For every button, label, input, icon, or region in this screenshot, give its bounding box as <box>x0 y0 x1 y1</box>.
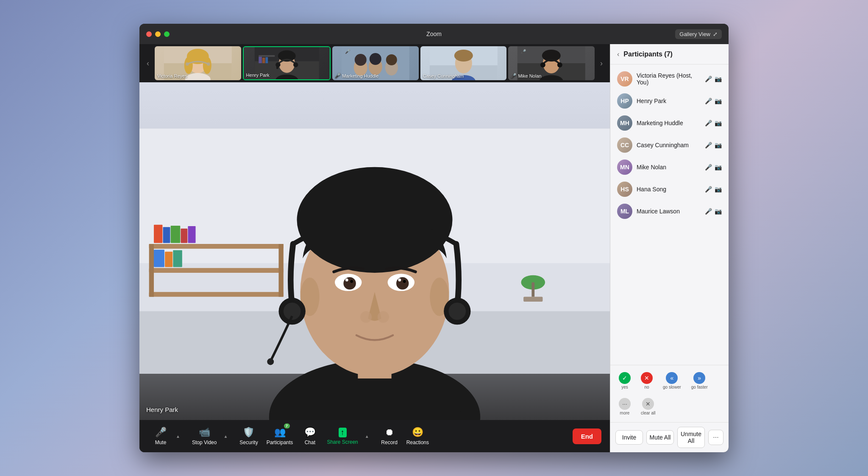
traffic-lights <box>146 31 170 37</box>
stop-video-button[interactable]: 📹 Stop Video <box>188 424 221 448</box>
avatar-henry: HP <box>617 93 632 109</box>
share-screen-group: ↑ Share Screen ▲ <box>323 425 370 448</box>
cam-icon-marketing: 📷 <box>715 120 722 126</box>
reaction-bar: ✓ yes ✕ no « go slower » go faster <box>610 365 729 423</box>
main-video: Henry Park <box>139 82 610 420</box>
svg-rect-52 <box>171 226 181 243</box>
svg-point-32 <box>454 50 473 62</box>
go-slower-label: go slower <box>663 385 681 389</box>
share-screen-icon: ↑ <box>339 428 347 437</box>
reaction-yes-button[interactable]: ✓ yes <box>615 370 634 392</box>
thumbnail-marketing-huddle[interactable]: 🎤 🎤 Marketing Huddle <box>332 46 419 80</box>
participant-item[interactable]: MH Marketing Huddle 🎤 📷 <box>610 112 729 134</box>
record-button[interactable]: ⏺ Record <box>377 424 402 448</box>
avatar-mike: MN <box>617 160 632 175</box>
svg-point-71 <box>396 277 409 289</box>
share-screen-chevron[interactable]: ▲ <box>364 432 370 440</box>
record-icon: ⏺ <box>385 427 394 438</box>
more-reactions-icon: ··· <box>619 398 631 410</box>
participant-item[interactable]: ML Maurice Lawson 🎤 📷 <box>610 200 729 222</box>
participant-name-marketing: Marketing Huddle <box>637 120 701 126</box>
avatar-victoria: VR <box>617 71 632 87</box>
svg-point-82 <box>267 358 274 365</box>
thumbnail-casey[interactable]: Casey Cunningham <box>420 46 507 80</box>
participant-icons-casey: 🎤 📷 <box>705 142 722 148</box>
no-icon: ✕ <box>641 372 653 384</box>
security-button[interactable]: 🛡️ Security <box>235 424 262 448</box>
invite-button[interactable]: Invite <box>615 430 643 445</box>
thumbnail-mike[interactable]: 🎤 🎤 Mike Nolan <box>508 46 595 80</box>
participant-icons-henry: 🎤 📷 <box>705 98 722 104</box>
svg-point-72 <box>350 280 353 283</box>
reaction-more-button[interactable]: ··· more <box>615 395 634 418</box>
svg-rect-45 <box>149 244 284 249</box>
panel-header: ‹ Participants (7) <box>610 44 729 64</box>
avatar-casey: CC <box>617 137 632 153</box>
mic-icon-victoria: 🎤 <box>705 76 712 82</box>
mute-chevron[interactable]: ▲ <box>175 432 181 440</box>
thumbnail-victoria-reyes[interactable]: Victoria Reyes <box>155 46 241 80</box>
reaction-go-faster-button[interactable]: » go faster <box>688 370 711 392</box>
zoom-window: Zoom Gallery View ⤢ ‹ <box>139 24 729 452</box>
go-faster-icon: » <box>693 372 705 384</box>
cam-icon-hana: 📷 <box>715 186 722 193</box>
close-button[interactable] <box>146 31 152 37</box>
participant-item[interactable]: CC Casey Cunningham 🎤 📷 <box>610 134 729 156</box>
panel-collapse-icon[interactable]: ‹ <box>617 50 619 58</box>
reactions-button[interactable]: 😀 Reactions <box>402 424 433 448</box>
mute-label: Mute <box>155 440 167 445</box>
participants-count: 7 <box>284 423 290 428</box>
participant-name-maurice: Maurice Lawson <box>637 208 701 215</box>
cam-icon-mike: 📷 <box>715 164 722 171</box>
gallery-view-button[interactable]: Gallery View ⤢ <box>675 29 722 39</box>
chat-icon: 💬 <box>304 427 316 438</box>
minimize-button[interactable] <box>155 31 161 37</box>
reaction-go-slower-button[interactable]: « go slower <box>659 370 684 392</box>
next-arrow[interactable]: › <box>596 58 606 68</box>
mute-button[interactable]: 🎤 Mute <box>148 424 173 448</box>
participant-item[interactable]: VR Victoria Reyes (Host, You) 🎤 📷 <box>610 68 729 90</box>
svg-point-76 <box>360 311 372 323</box>
svg-point-25 <box>370 53 381 65</box>
main-section: ‹ <box>139 44 610 452</box>
svg-rect-60 <box>523 297 542 302</box>
unmute-all-button[interactable]: Unmute All <box>677 427 705 448</box>
maximize-button[interactable] <box>164 31 170 37</box>
svg-text:🎤: 🎤 <box>521 49 526 54</box>
svg-rect-47 <box>149 292 284 297</box>
participant-name-hana: Hana Song <box>637 186 701 193</box>
svg-point-23 <box>355 54 367 66</box>
share-screen-button[interactable]: ↑ Share Screen <box>323 425 362 448</box>
muted-icon-mike: 🎤 <box>511 73 517 78</box>
title-bar: Zoom Gallery View ⤢ <box>139 24 729 44</box>
participants-icon: 👥 7 <box>274 427 286 438</box>
reaction-no-button[interactable]: ✕ no <box>637 370 656 392</box>
participant-item[interactable]: HS Hana Song 🎤 📷 <box>610 178 729 200</box>
mic-icon-henry: 🎤 <box>705 98 712 104</box>
avatar-hana: HS <box>617 182 632 197</box>
end-button[interactable]: End <box>573 428 601 444</box>
participants-button[interactable]: 👥 7 Participants <box>262 424 298 448</box>
video-chevron[interactable]: ▲ <box>223 432 228 440</box>
participant-item[interactable]: MN Mike Nolan 🎤 📷 <box>610 156 729 178</box>
participants-label: Participants <box>267 440 293 445</box>
participant-name-victoria: Victoria Reyes (Host, You) <box>637 72 701 86</box>
chat-button[interactable]: 💬 Chat <box>297 424 323 448</box>
record-label: Record <box>381 440 398 445</box>
yes-icon: ✓ <box>619 372 631 384</box>
mute-all-button[interactable]: Mute All <box>646 430 674 445</box>
thumb-label-henry: Henry Park <box>246 73 270 78</box>
reaction-clear-all-button[interactable]: ✕ clear all <box>637 395 659 418</box>
participant-icons-mike: 🎤 📷 <box>705 164 722 171</box>
controls-bar: 🎤 Mute ▲ 📹 Stop Video ▲ 🛡️ Secur <box>139 420 610 452</box>
svg-point-38 <box>540 62 545 67</box>
svg-point-5 <box>203 57 211 74</box>
security-label: Security <box>239 440 258 445</box>
avatar-maurice: ML <box>617 204 632 219</box>
thumb-label-casey: Casey Cunningham <box>423 73 464 78</box>
thumbnail-henry-park[interactable]: Henry Park <box>243 46 331 80</box>
participant-name-mike: Mike Nolan <box>637 164 701 171</box>
more-options-button[interactable]: ··· <box>708 430 723 445</box>
prev-arrow[interactable]: ‹ <box>143 58 153 68</box>
participant-item[interactable]: HP Henry Park 🎤 📷 <box>610 90 729 112</box>
